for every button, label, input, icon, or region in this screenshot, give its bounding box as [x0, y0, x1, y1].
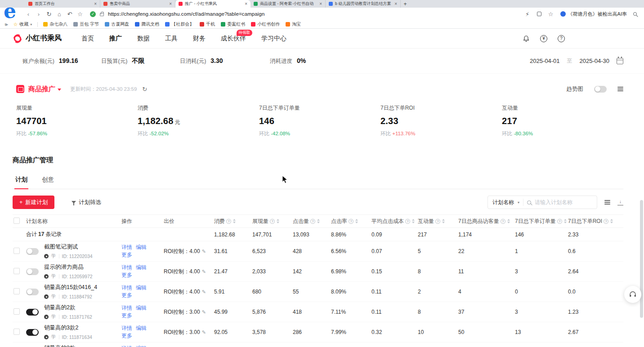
nav-item[interactable]: 财务	[193, 35, 206, 43]
screenshot-icon[interactable]	[537, 12, 541, 16]
column-header-visitors7d[interactable]: 7日总商品访客量?	[458, 218, 515, 225]
plan-filter-button[interactable]: 计划筛选	[72, 199, 101, 206]
bookmark-item[interactable]: 小红书创作	[251, 21, 280, 27]
trend-chart-toggle[interactable]	[594, 86, 607, 93]
tab-creative[interactable]: 创意	[41, 172, 55, 189]
row-toggle[interactable]	[26, 289, 39, 295]
bookmark-item[interactable]: 千机	[200, 21, 215, 27]
row-toggle[interactable]	[26, 309, 39, 316]
sort-icon[interactable]	[507, 219, 510, 223]
nav-item[interactable]: 推广	[109, 35, 122, 43]
column-header-cpc[interactable]: 平均点击成本?	[371, 218, 418, 225]
help-icon[interactable]: ?	[226, 219, 231, 224]
help-icon[interactable]: ?	[310, 219, 315, 224]
row-checkbox[interactable]	[13, 288, 20, 294]
home-icon[interactable]: ⌂	[56, 11, 63, 18]
column-header-roi7d[interactable]: 7日总下单ROI?	[568, 218, 613, 225]
row-toggle[interactable]	[26, 329, 39, 336]
more-link[interactable]: 更多	[121, 292, 132, 298]
undo-icon[interactable]: ↶	[67, 11, 73, 18]
date-start[interactable]: 2025-04-01	[530, 58, 560, 64]
browser-tab[interactable]: 售卖中商品×	[100, 0, 175, 8]
column-header-engagement[interactable]: 互动量?	[418, 218, 458, 225]
favorite-icon[interactable]: ☆	[77, 11, 83, 18]
edit-bid-icon[interactable]: ✎	[202, 249, 206, 254]
date-end[interactable]: 2025-04-30	[580, 58, 610, 64]
sort-icon[interactable]	[412, 219, 415, 223]
help-icon[interactable]: ?	[501, 219, 505, 224]
more-link[interactable]: 更多	[121, 312, 132, 319]
row-toggle[interactable]	[26, 248, 39, 255]
help-icon[interactable]: ?	[558, 35, 565, 42]
bookmark-item[interactable]: 豆包 字节	[73, 21, 99, 27]
browser-tab[interactable]: 推广 - 小红书乘风×	[175, 0, 250, 8]
browser-tab[interactable]: 首页工作台×	[25, 0, 100, 8]
row-checkbox[interactable]	[13, 268, 20, 274]
detail-link[interactable]: 详情	[121, 325, 132, 331]
help-icon[interactable]: ?	[604, 219, 608, 224]
nav-item[interactable]: 学习中心	[261, 35, 286, 43]
vertical-scrollbar[interactable]	[640, 200, 643, 318]
edit-link[interactable]: 编辑	[136, 244, 147, 250]
new-tab-button[interactable]: +	[401, 0, 410, 8]
column-header-consume[interactable]: 消费?	[214, 218, 252, 225]
browser-app-icon[interactable]: e	[4, 0, 16, 22]
tab-plan[interactable]: 计划	[14, 172, 28, 189]
edit-bid-icon[interactable]: ✎	[202, 309, 206, 315]
forward-icon[interactable]: ›	[36, 11, 42, 18]
brand[interactable]: 小红书乘风	[13, 34, 62, 44]
bookmark-item[interactable]: 委案红书	[221, 21, 245, 27]
tab-close-icon[interactable]: ×	[169, 1, 172, 6]
new-plan-button[interactable]: + 新建计划	[13, 196, 54, 209]
edit-link[interactable]: 编辑	[136, 305, 147, 311]
select-all-checkbox[interactable]	[13, 218, 20, 224]
column-settings-icon[interactable]	[604, 199, 610, 205]
search-icon[interactable]	[633, 12, 637, 16]
refresh-icon[interactable]: ↻	[142, 86, 147, 93]
row-checkbox[interactable]	[13, 248, 20, 254]
metric-settings-icon[interactable]	[617, 85, 623, 92]
tab-close-icon[interactable]: ×	[94, 1, 97, 6]
help-icon[interactable]: ?	[405, 219, 410, 224]
edit-bid-icon[interactable]: ✎	[202, 329, 206, 335]
detail-link[interactable]: 详情	[121, 305, 132, 311]
tab-close-icon[interactable]: ×	[319, 1, 322, 6]
detail-link[interactable]: 详情	[121, 285, 132, 291]
sort-icon[interactable]	[277, 219, 279, 223]
browser-tab[interactable]: 商品设置 - 阿奇索·小红书自动×	[250, 0, 326, 8]
sort-icon[interactable]	[317, 219, 320, 223]
security-shield-icon[interactable]: ✓	[90, 11, 96, 17]
more-link[interactable]: 更多	[121, 333, 132, 339]
nav-item[interactable]: 成长伙伴待领取	[221, 35, 246, 43]
chevron-down-icon[interactable]	[58, 89, 61, 91]
edit-link[interactable]: 编辑	[136, 345, 147, 347]
balance-icon[interactable]: ¥	[540, 35, 547, 42]
column-header-actions[interactable]: 操作	[121, 218, 164, 225]
column-header-clicks[interactable]: 点击量?	[293, 218, 331, 225]
edit-bid-icon[interactable]: ✎	[202, 289, 206, 294]
bookmark-item[interactable]: 杂七杂八	[43, 21, 67, 27]
help-icon[interactable]: ?	[557, 219, 562, 224]
column-header-orders7d[interactable]: 7日总下单订单量?	[515, 218, 568, 225]
bookmark-item[interactable]: 【社群会】	[165, 21, 194, 27]
plan-search-input[interactable]	[535, 199, 592, 205]
row-checkbox[interactable]	[13, 308, 20, 315]
edit-link[interactable]: 编辑	[136, 325, 147, 331]
help-icon[interactable]: ?	[435, 219, 440, 224]
bookmark-item[interactable]: 古厦网盘	[105, 21, 129, 27]
browser-tab[interactable]: b 幼儿园劳动教育计划总结方案×	[326, 0, 401, 8]
detail-link[interactable]: 详情	[121, 244, 132, 250]
tab-close-icon[interactable]: ×	[245, 1, 247, 6]
bookmark-star-icon[interactable]: ☆	[548, 11, 554, 18]
promo-title[interactable]: 商品推广	[28, 85, 55, 93]
customer-service-button[interactable]	[624, 286, 641, 303]
row-checkbox[interactable]	[13, 329, 20, 335]
sidebar-toggle-icon[interactable]: ‖▶	[4, 22, 8, 27]
browser-notice[interactable]: 《荷塘月色》被检出高AI率	[560, 11, 627, 18]
nav-item[interactable]: 首页	[81, 35, 94, 43]
sort-icon[interactable]	[564, 219, 567, 223]
more-link[interactable]: 更多	[121, 252, 132, 258]
edit-bid-icon[interactable]: ✎	[202, 269, 206, 274]
download-icon[interactable]: ↓	[617, 200, 623, 205]
nav-item[interactable]: 数据	[137, 35, 150, 43]
